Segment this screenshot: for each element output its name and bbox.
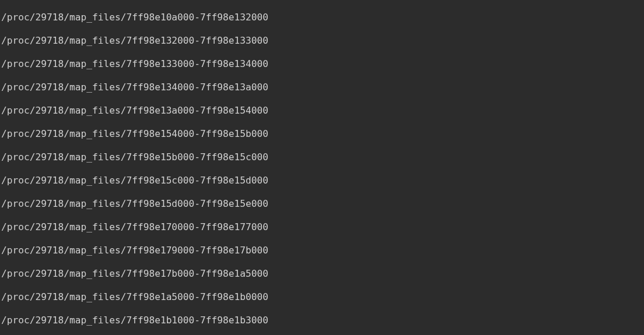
output-line: /proc/29718/map_files/7ff98e179000-7ff98… (1, 245, 644, 256)
output-line: /proc/29718/map_files/7ff98e17b000-7ff98… (1, 268, 644, 280)
terminal-output[interactable]: /proc/29718/map_files/7ff98e10a000-7ff98… (0, 0, 644, 335)
output-line: /proc/29718/map_files/7ff98e15d000-7ff98… (1, 198, 644, 210)
output-line: /proc/29718/map_files/7ff98e15b000-7ff98… (1, 151, 644, 163)
output-line: /proc/29718/map_files/7ff98e13a000-7ff98… (1, 105, 644, 117)
output-line: /proc/29718/map_files/7ff98e1a5000-7ff98… (1, 291, 644, 303)
output-line: /proc/29718/map_files/7ff98e1b1000-7ff98… (1, 315, 644, 326)
output-line: /proc/29718/map_files/7ff98e154000-7ff98… (1, 128, 644, 140)
output-line: /proc/29718/map_files/7ff98e133000-7ff98… (1, 58, 644, 70)
output-line: /proc/29718/map_files/7ff98e134000-7ff98… (1, 82, 644, 93)
output-line: /proc/29718/map_files/7ff98e10a000-7ff98… (1, 12, 644, 23)
output-line: /proc/29718/map_files/7ff98e170000-7ff98… (1, 221, 644, 233)
output-line: /proc/29718/map_files/7ff98e15c000-7ff98… (1, 175, 644, 186)
output-line: /proc/29718/map_files/7ff98e132000-7ff98… (1, 35, 644, 47)
